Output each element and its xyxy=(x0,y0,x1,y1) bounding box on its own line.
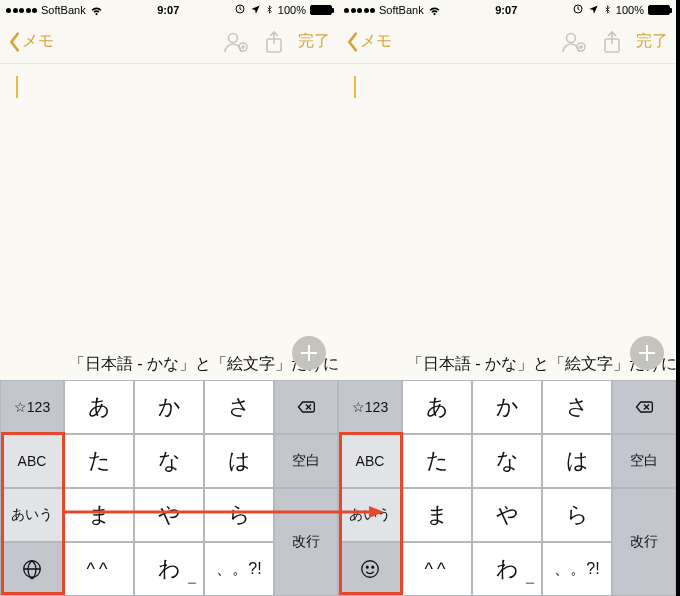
back-label: メモ xyxy=(22,31,54,52)
share-icon[interactable] xyxy=(264,30,284,54)
location-icon xyxy=(250,4,261,17)
key-ra[interactable]: ら xyxy=(542,488,612,542)
key-num-mode[interactable]: ☆123 xyxy=(0,380,64,434)
bluetooth-icon xyxy=(603,3,612,18)
rotation-lock-icon xyxy=(572,3,584,17)
wifi-icon xyxy=(428,3,441,18)
people-add-icon[interactable] xyxy=(560,30,588,54)
key-ma[interactable]: ま xyxy=(402,488,472,542)
rotation-lock-icon xyxy=(234,3,246,17)
key-na[interactable]: な xyxy=(472,434,542,488)
key-a[interactable]: あ xyxy=(402,380,472,434)
backspace-icon xyxy=(293,397,319,417)
people-add-icon[interactable] xyxy=(222,30,250,54)
battery-percent: 100% xyxy=(278,4,306,16)
svg-point-11 xyxy=(372,566,374,568)
key-num-mode[interactable]: ☆123 xyxy=(338,380,402,434)
svg-point-6 xyxy=(567,33,576,42)
key-abc-mode[interactable]: ABC xyxy=(338,434,402,488)
keyboard: ☆123 あ か さ ABC た な は 空白 あいう ま や ら 改行 ^^ … xyxy=(0,380,338,596)
battery-percent: 100% xyxy=(616,4,644,16)
text-cursor xyxy=(354,76,356,98)
key-ma[interactable]: ま xyxy=(64,488,134,542)
key-ta[interactable]: た xyxy=(64,434,134,488)
carrier-label: SoftBank xyxy=(379,4,424,16)
back-button[interactable]: メモ xyxy=(8,31,54,53)
backspace-icon xyxy=(631,397,657,417)
svg-point-10 xyxy=(366,566,368,568)
status-bar: SoftBank 9:07 100% xyxy=(338,0,676,20)
add-button[interactable] xyxy=(630,336,664,370)
key-ka[interactable]: か xyxy=(134,380,204,434)
key-backspace[interactable] xyxy=(612,380,676,434)
key-sa[interactable]: さ xyxy=(204,380,274,434)
add-button[interactable] xyxy=(292,336,326,370)
keyboard: ☆123 あ か さ ABC た な は 空白 あいう ま や ら 改行 ^^ … xyxy=(338,380,676,596)
phone-right: SoftBank 9:07 100% メモ xyxy=(338,0,676,596)
caption-text: 「日本語 - かな」と「絵文字」だけにするとキーボードの切り替えが便利。 xyxy=(338,354,680,375)
back-label: メモ xyxy=(360,31,392,52)
key-return[interactable]: 改行 xyxy=(612,488,676,596)
key-return[interactable]: 改行 xyxy=(274,488,338,596)
battery-icon xyxy=(310,5,332,15)
svg-point-9 xyxy=(362,561,379,578)
nav-bar: メモ 完了 xyxy=(338,20,676,64)
key-emoji[interactable] xyxy=(338,542,402,596)
emoji-icon xyxy=(359,558,381,580)
key-ta[interactable]: た xyxy=(402,434,472,488)
key-ha[interactable]: は xyxy=(204,434,274,488)
key-ya[interactable]: や xyxy=(472,488,542,542)
signal-dots-icon xyxy=(344,8,375,13)
key-wa[interactable]: わ ー xyxy=(134,542,204,596)
battery-icon xyxy=(648,5,670,15)
key-kana-mode[interactable]: あいう xyxy=(0,488,64,542)
carrier-label: SoftBank xyxy=(41,4,86,16)
share-icon[interactable] xyxy=(602,30,622,54)
key-ha[interactable]: は xyxy=(542,434,612,488)
key-sa[interactable]: さ xyxy=(542,380,612,434)
key-na[interactable]: な xyxy=(134,434,204,488)
key-globe[interactable] xyxy=(0,542,64,596)
status-bar: SoftBank 9:07 100% xyxy=(0,0,338,20)
key-wa[interactable]: わ ー xyxy=(472,542,542,596)
key-space[interactable]: 空白 xyxy=(274,434,338,488)
key-caret[interactable]: ^^ xyxy=(64,542,134,596)
note-body[interactable]: 「日本語 - かな」と「絵文字」だけにするとキーボードの切り替えが便利。 xyxy=(338,64,676,380)
signal-dots-icon xyxy=(6,8,37,13)
key-caret[interactable]: ^^ xyxy=(402,542,472,596)
key-space[interactable]: 空白 xyxy=(612,434,676,488)
done-button[interactable]: 完了 xyxy=(298,31,330,52)
clock: 9:07 xyxy=(157,4,179,16)
location-icon xyxy=(588,4,599,17)
phone-left: SoftBank 9:07 100% メモ xyxy=(0,0,338,596)
nav-bar: メモ 完了 xyxy=(0,20,338,64)
note-body[interactable]: 「日本語 - かな」と「絵文字」だけにするとキーボードの切り替えが便利。 xyxy=(0,64,338,380)
key-punct[interactable]: 、。?! xyxy=(542,542,612,596)
key-kana-mode[interactable]: あいう xyxy=(338,488,402,542)
key-a[interactable]: あ xyxy=(64,380,134,434)
key-ra[interactable]: ら xyxy=(204,488,274,542)
key-ka[interactable]: か xyxy=(472,380,542,434)
key-ya[interactable]: や xyxy=(134,488,204,542)
clock: 9:07 xyxy=(495,4,517,16)
done-button[interactable]: 完了 xyxy=(636,31,668,52)
bluetooth-icon xyxy=(265,3,274,18)
text-cursor xyxy=(16,76,18,98)
key-abc-mode[interactable]: ABC xyxy=(0,434,64,488)
key-backspace[interactable] xyxy=(274,380,338,434)
globe-icon xyxy=(21,558,43,580)
svg-point-1 xyxy=(229,33,238,42)
back-button[interactable]: メモ xyxy=(346,31,392,53)
wifi-icon xyxy=(90,3,103,18)
key-punct[interactable]: 、。?! xyxy=(204,542,274,596)
